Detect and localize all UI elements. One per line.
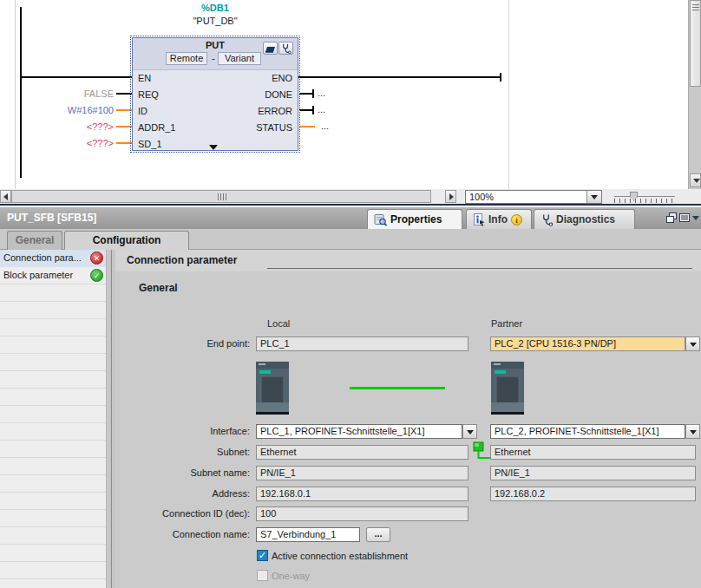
partner-plc-image — [491, 362, 524, 419]
end-point-partner-dropdown[interactable]: PLC_2 [CPU 1516-3 PN/DP] — [490, 336, 685, 351]
chevron-down-icon — [690, 343, 697, 347]
end-point-label: End point: — [128, 336, 250, 351]
connection-id-field[interactable]: 100 — [256, 506, 468, 521]
zoom-slider-track — [614, 196, 675, 197]
db-number-label[interactable]: %DB1 — [132, 3, 298, 13]
subnet-name-partner-field[interactable]: PN/IE_1 — [490, 466, 696, 480]
vertical-scrollbar-thumb[interactable] — [690, 0, 701, 87]
zoom-level-value: 100% — [469, 192, 494, 203]
stethoscope-icon — [280, 43, 292, 54]
subnet-name-label: Subnet name: — [128, 466, 250, 480]
scroll-right-button[interactable] — [445, 190, 456, 203]
properties-subtabs: General Configuration — [0, 229, 701, 250]
subnet-name-local-field[interactable]: PN/IE_1 — [256, 466, 468, 480]
pin-done[interactable]: DONE — [265, 88, 292, 101]
scrollbar-grip — [218, 193, 226, 200]
connection-link-line — [350, 387, 445, 389]
nav-item-label: Connection para... — [3, 252, 82, 263]
subnet-label: Subnet: — [128, 445, 250, 460]
scrollbar-grip — [692, 4, 699, 11]
pin-en[interactable]: EN — [138, 72, 151, 84]
nav-item-label: Block parameter — [3, 270, 73, 280]
ok-badge-icon: ✓ — [90, 269, 103, 282]
address-local-field[interactable]: 192.168.0.1 — [256, 487, 468, 501]
block-type-remote-dropdown[interactable]: Remote — [166, 52, 207, 65]
one-way-checkbox[interactable] — [257, 570, 268, 581]
active-connection-label: Active connection establishment — [272, 550, 408, 562]
column-header-local: Local — [267, 318, 290, 329]
info-warning-badge: i — [511, 214, 522, 225]
operand-error-placeholder[interactable]: ... — [318, 104, 325, 115]
connection-name-input[interactable]: S7_Verbindung_1 — [256, 527, 360, 542]
subnet-connected-icon — [473, 441, 492, 462]
scroll-left-button[interactable] — [0, 190, 11, 203]
chevron-down-icon — [467, 430, 474, 434]
pin-eno[interactable]: ENO — [272, 72, 292, 84]
program-editor[interactable]: %DB1 "PUT_DB" PUT Remote - Variant EN — [0, 0, 701, 189]
zoom-slider-ticks — [614, 199, 675, 203]
panel-list-icon[interactable] — [679, 212, 690, 223]
local-plc-image — [256, 362, 289, 419]
end-point-partner-dropdown-button[interactable] — [685, 336, 700, 351]
subnet-partner-field[interactable]: Ethernet — [490, 445, 696, 460]
subtab-general[interactable]: General — [7, 231, 62, 250]
operand-id[interactable]: W#16#100 — [18, 105, 114, 116]
block-type-dash: - — [212, 53, 215, 63]
one-way-label: One-way — [272, 570, 310, 582]
nav-item-connection-parameter[interactable]: Connection para... ✕ — [0, 250, 106, 267]
horizontal-scrollbar-thumb[interactable] — [11, 190, 431, 203]
nav-splitter[interactable] — [108, 250, 115, 588]
connection-id-label: Connection ID (dec): — [128, 506, 250, 521]
editor-vertical-scrollbar[interactable] — [688, 0, 701, 189]
error-badge-icon: ✕ — [90, 252, 103, 265]
zoom-slider[interactable] — [614, 189, 675, 205]
subtab-configuration[interactable]: Configuration — [64, 231, 189, 250]
tab-properties[interactable]: Properties — [367, 209, 462, 229]
float-panel-icon[interactable] — [666, 212, 677, 223]
pin-status[interactable]: STATUS — [256, 121, 292, 134]
put-block[interactable]: PUT Remote - Variant EN REQ ID ADDR_1 SD… — [132, 37, 298, 151]
operand-done-placeholder[interactable]: ... — [318, 88, 325, 99]
pin-error[interactable]: ERROR — [258, 105, 292, 117]
address-label: Address: — [128, 487, 250, 501]
end-point-local-field[interactable]: PLC_1 — [256, 336, 468, 351]
zoom-dropdown-button[interactable] — [586, 191, 601, 203]
tab-diagnostics[interactable]: Diagnostics — [534, 209, 635, 229]
pin-sd-1[interactable]: SD_1 — [138, 138, 162, 150]
db-name-label[interactable]: "PUT_DB" — [132, 16, 298, 26]
block-expand-triangle-icon[interactable] — [209, 145, 218, 150]
block-collapse-button[interactable] — [263, 42, 278, 55]
block-type-variant-dropdown[interactable]: Variant — [218, 52, 261, 65]
properties-icon — [374, 213, 387, 226]
panel-window-controls — [666, 212, 699, 223]
collapse-panel-icon[interactable] — [692, 216, 699, 220]
subnet-local-field[interactable]: Ethernet — [256, 445, 468, 460]
panel-heading-strip: Connection parameter — [115, 250, 701, 271]
interface-partner-dropdown[interactable]: PLC_2, PROFINET-Schnittstelle_1[X1] — [490, 424, 685, 439]
heading-underline — [267, 268, 692, 269]
column-header-partner: Partner — [491, 318, 522, 329]
panel-heading: Connection parameter — [127, 250, 237, 271]
active-connection-checkbox[interactable] — [257, 550, 268, 561]
address-partner-field[interactable]: 192.168.0.2 — [490, 487, 696, 501]
scroll-down-button[interactable] — [690, 173, 701, 187]
interface-local-dropdown-button[interactable] — [462, 424, 477, 439]
pin-id[interactable]: ID — [138, 105, 147, 117]
pin-addr-1[interactable]: ADDR_1 — [138, 121, 175, 134]
interface-label: Interface: — [128, 424, 250, 439]
pin-req[interactable]: REQ — [138, 88, 159, 101]
operand-req[interactable]: FALSE — [18, 88, 114, 100]
nav-item-block-parameter[interactable]: Block parameter ✓ — [0, 267, 106, 284]
operand-sd-1[interactable]: <???> — [18, 138, 114, 149]
chevron-down-icon — [591, 195, 598, 199]
interface-local-dropdown[interactable]: PLC_1, PROFINET-Schnittstelle_1[X1] — [256, 424, 462, 439]
interface-partner-dropdown-button[interactable] — [685, 424, 700, 439]
operand-status-placeholder[interactable]: ... — [321, 121, 329, 132]
block-diagnostics-button[interactable] — [278, 42, 293, 55]
zoom-level-combobox[interactable]: 100% — [465, 190, 602, 204]
inspector-title: PUT_SFB [SFB15] — [7, 207, 96, 229]
tab-info-label: Info — [488, 213, 508, 225]
operand-addr-1[interactable]: <???> — [18, 121, 114, 133]
tab-info[interactable]: Info i — [466, 209, 532, 229]
connection-name-browse-button[interactable]: ... — [366, 527, 390, 542]
